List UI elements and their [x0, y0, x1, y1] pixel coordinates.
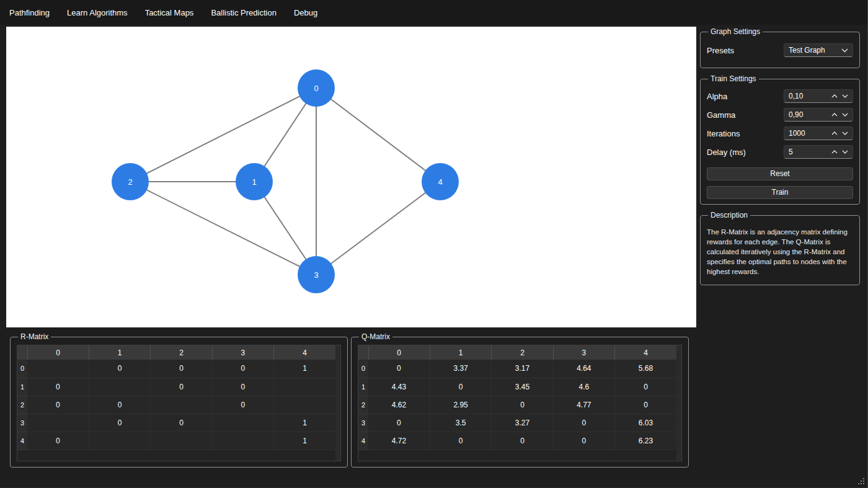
graph-network[interactable]: 01234 — [6, 27, 696, 327]
q-matrix-row-header-1[interactable]: 1 — [358, 378, 368, 396]
tab-debug[interactable]: Debug — [285, 0, 326, 25]
r-matrix-cell-0-1[interactable]: 0 — [89, 360, 150, 378]
q-matrix-cell-2-1[interactable]: 2.95 — [430, 396, 491, 414]
q-matrix-col-header-0[interactable]: 0 — [368, 345, 430, 360]
q-matrix-row-header-4[interactable]: 4 — [358, 432, 368, 450]
r-matrix-corner-cell — [17, 345, 27, 360]
r-matrix-row-header-1[interactable]: 1 — [17, 378, 27, 396]
tab-pathfinding[interactable]: Pathfinding — [1, 0, 58, 25]
tab-learn-algorithms[interactable]: Learn Algorithms — [58, 0, 136, 25]
q-matrix-cell-4-3[interactable]: 0 — [553, 432, 614, 450]
q-matrix-row-header-3[interactable]: 3 — [358, 414, 368, 432]
chevron-down-icon[interactable] — [842, 94, 848, 98]
presets-dropdown[interactable]: Test Graph — [784, 43, 853, 57]
chevron-down-icon[interactable] — [842, 113, 848, 117]
r-matrix-cell-1-4[interactable] — [274, 378, 335, 396]
alpha-input[interactable]: 0,10 — [784, 89, 853, 103]
train-button[interactable]: Train — [707, 186, 853, 199]
r-matrix-cell-3-0[interactable] — [27, 414, 89, 432]
iterations-label: Iterations — [707, 129, 740, 138]
r-matrix-cell-3-4[interactable]: 1 — [274, 414, 335, 432]
chevron-up-icon[interactable] — [831, 113, 838, 117]
r-matrix-cell-0-0[interactable] — [27, 360, 89, 378]
tab-ballistic-prediction[interactable]: Ballistic Prediction — [202, 0, 285, 25]
chevron-down-icon[interactable] — [842, 131, 848, 135]
iterations-input[interactable]: 1000 — [784, 126, 853, 140]
r-matrix-row-header-4[interactable]: 4 — [17, 432, 27, 450]
r-matrix-cell-0-2[interactable]: 0 — [151, 360, 212, 378]
q-matrix-col-header-4[interactable]: 4 — [615, 345, 676, 360]
r-matrix-col-header-0[interactable]: 0 — [27, 345, 89, 360]
r-matrix-cell-1-0[interactable]: 0 — [27, 378, 89, 396]
r-matrix-cell-1-2[interactable]: 0 — [151, 378, 212, 396]
q-matrix-cell-2-0[interactable]: 4.62 — [368, 396, 430, 414]
q-matrix-cell-1-2[interactable]: 3.45 — [492, 378, 553, 396]
r-matrix-col-header-1[interactable]: 1 — [89, 345, 150, 360]
q-matrix-cell-2-2[interactable]: 0 — [492, 396, 553, 414]
r-matrix-cell-0-3[interactable]: 0 — [212, 360, 273, 378]
tab-tactical-maps[interactable]: Tactical Maps — [136, 0, 203, 25]
r-matrix-title: R-Matrix — [18, 332, 51, 341]
graph-canvas[interactable]: 01234 — [6, 27, 696, 327]
q-matrix-col-header-3[interactable]: 3 — [553, 345, 614, 360]
iterations-value: 1000 — [789, 129, 831, 138]
chevron-up-icon[interactable] — [831, 150, 838, 154]
r-matrix-cell-2-4[interactable] — [274, 396, 335, 414]
q-matrix-cell-3-1[interactable]: 3.5 — [430, 414, 491, 432]
r-matrix-cell-3-1[interactable]: 0 — [89, 414, 150, 432]
r-matrix-cell-0-4[interactable]: 1 — [274, 360, 335, 378]
q-matrix-cell-2-4[interactable]: 0 — [615, 396, 676, 414]
q-matrix-row-header-0[interactable]: 0 — [358, 360, 368, 378]
r-matrix-row-header-3[interactable]: 3 — [17, 414, 27, 432]
q-matrix-cell-0-0[interactable]: 0 — [368, 360, 430, 378]
r-matrix-cell-3-2[interactable]: 0 — [151, 414, 212, 432]
q-matrix-cell-3-2[interactable]: 3.27 — [492, 414, 553, 432]
chevron-down-icon — [841, 48, 848, 53]
r-matrix-row-header-0[interactable]: 0 — [17, 360, 27, 378]
r-matrix-cell-3-3[interactable] — [212, 414, 273, 432]
r-matrix-cell-2-3[interactable]: 0 — [212, 396, 273, 414]
q-matrix-cell-2-3[interactable]: 4.77 — [553, 396, 614, 414]
q-matrix-cell-1-3[interactable]: 4.6 — [553, 378, 614, 396]
q-matrix-col-header-1[interactable]: 1 — [430, 345, 491, 360]
resize-grip-icon[interactable] — [857, 477, 865, 485]
r-matrix-cell-2-0[interactable]: 0 — [27, 396, 89, 414]
q-matrix-cell-1-0[interactable]: 4.43 — [368, 378, 430, 396]
r-matrix-col-header-2[interactable]: 2 — [151, 345, 212, 360]
delay-input[interactable]: 5 — [784, 145, 853, 159]
q-matrix-cell-0-1[interactable]: 3.37 — [430, 360, 491, 378]
r-matrix-cell-2-1[interactable]: 0 — [89, 396, 150, 414]
chevron-up-icon[interactable] — [831, 131, 838, 135]
r-matrix-cell-4-4[interactable]: 1 — [274, 432, 335, 450]
q-matrix-cell-4-2[interactable]: 0 — [492, 432, 553, 450]
q-matrix-scrollbar[interactable] — [676, 345, 681, 461]
q-matrix-cell-0-2[interactable]: 3.17 — [492, 360, 553, 378]
q-matrix-col-header-2[interactable]: 2 — [492, 345, 553, 360]
chevron-down-icon[interactable] — [842, 150, 848, 154]
chevron-up-icon[interactable] — [831, 94, 838, 98]
r-matrix-scrollbar[interactable] — [335, 345, 340, 461]
q-matrix-cell-0-4[interactable]: 5.68 — [615, 360, 676, 378]
r-matrix-cell-4-0[interactable]: 0 — [27, 432, 89, 450]
gamma-input[interactable]: 0,90 — [784, 108, 853, 122]
r-matrix-col-header-4[interactable]: 4 — [274, 345, 335, 360]
r-matrix-cell-4-2[interactable] — [151, 432, 212, 450]
q-matrix-cell-1-4[interactable]: 0 — [615, 378, 676, 396]
q-matrix-cell-4-0[interactable]: 4.72 — [368, 432, 430, 450]
r-matrix-col-header-3[interactable]: 3 — [212, 345, 273, 360]
q-matrix-cell-0-3[interactable]: 4.64 — [553, 360, 614, 378]
r-matrix-cell-2-2[interactable] — [151, 396, 212, 414]
q-matrix-cell-3-4[interactable]: 6.03 — [615, 414, 676, 432]
q-matrix-cell-4-1[interactable]: 0 — [430, 432, 491, 450]
q-matrix-cell-4-4[interactable]: 6.23 — [615, 432, 676, 450]
q-matrix-cell-3-3[interactable]: 0 — [553, 414, 614, 432]
q-matrix-cell-3-0[interactable]: 0 — [368, 414, 430, 432]
reset-button[interactable]: Reset — [707, 167, 853, 180]
r-matrix-cell-1-1[interactable] — [89, 378, 150, 396]
q-matrix-cell-1-1[interactable]: 0 — [430, 378, 491, 396]
r-matrix-cell-1-3[interactable]: 0 — [212, 378, 273, 396]
r-matrix-cell-4-1[interactable] — [89, 432, 150, 450]
r-matrix-row-header-2[interactable]: 2 — [17, 396, 27, 414]
r-matrix-cell-4-3[interactable] — [212, 432, 273, 450]
q-matrix-row-header-2[interactable]: 2 — [358, 396, 368, 414]
